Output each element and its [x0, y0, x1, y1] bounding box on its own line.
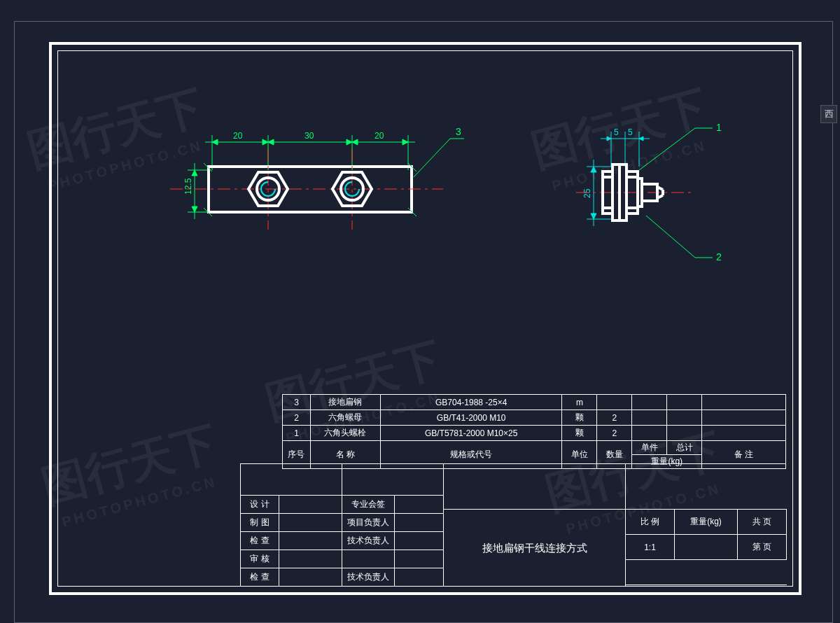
- model-space[interactable]: 20 30 20 12.5: [58, 51, 792, 586]
- svg-line-55: [639, 128, 695, 170]
- dim-25: 25: [582, 188, 592, 198]
- front-view: 20 30 20 12.5: [121, 107, 471, 261]
- svg-marker-35: [639, 136, 643, 141]
- cell-wt1: [632, 426, 667, 441]
- lbl-design: 设 计: [241, 496, 279, 514]
- val-specsign: [395, 496, 444, 514]
- side-tab-text: 西: [825, 108, 834, 119]
- dim-5a: 5: [614, 127, 619, 137]
- hdr-wt-single: 单件: [632, 441, 667, 454]
- lbl-check2: 检 查: [241, 568, 279, 587]
- cell-wt2: [667, 410, 702, 426]
- lbl-weight: 重量(kg): [675, 510, 738, 535]
- dim-12-5: 12.5: [183, 178, 193, 195]
- lbl-blank: [342, 550, 395, 568]
- svg-marker-14: [192, 170, 197, 176]
- drawing-title: 接地扁钢干线连接方式: [444, 510, 625, 587]
- svg-marker-5: [212, 139, 218, 145]
- table-row: 3 接地扁钢 GB704-1988 -25×4 m: [283, 395, 786, 410]
- side-view: 5 5 25: [534, 100, 758, 282]
- svg-marker-10: [402, 139, 408, 145]
- lbl-techlead: 技术负责人: [342, 532, 395, 550]
- val-page: 第 页: [738, 535, 787, 560]
- val-check2: [279, 568, 342, 587]
- cell-unit: m: [562, 395, 597, 410]
- tb-dwgno: [626, 560, 787, 585]
- cell-spec: GB/T41-2000 M10: [380, 410, 562, 426]
- cell-note: [702, 395, 786, 410]
- lbl-pages: 共 页: [738, 510, 787, 535]
- cell-spec: GB/T5781-2000 M10×25: [380, 426, 562, 441]
- val-review: [279, 550, 342, 568]
- hdr-wt-total: 总计: [667, 441, 701, 454]
- val-blank: [395, 550, 444, 568]
- cell-name: 六角头螺栓: [310, 426, 380, 441]
- val-check: [279, 532, 342, 550]
- dim-30: 30: [304, 131, 314, 141]
- tb-company-blank: [444, 464, 625, 510]
- svg-marker-40: [591, 214, 596, 219]
- cell-note: [702, 426, 786, 441]
- svg-line-24: [414, 139, 450, 177]
- cell-qty: 2: [597, 410, 632, 426]
- sheet-inner-border: 20 30 20 12.5: [57, 50, 793, 587]
- val-scale: 1:1: [626, 535, 675, 560]
- callout-3: 3: [456, 126, 461, 137]
- cell-qty: [597, 395, 632, 410]
- cell-unit: 颗: [562, 410, 597, 426]
- svg-line-57: [646, 216, 695, 258]
- table-row: 2 六角螺母 GB/T41-2000 M10 颗 2: [283, 410, 786, 426]
- cell-id: 1: [283, 426, 311, 441]
- dim-20a: 20: [233, 131, 243, 141]
- svg-marker-15: [192, 206, 197, 212]
- title-block-signatures: 设 计 专业会签 制 图 项目负责人 检 查 技术负责人: [241, 464, 444, 587]
- cell-wt2: [667, 426, 702, 441]
- svg-marker-34: [607, 136, 611, 141]
- val-techlead2: [395, 568, 444, 587]
- cell-id: 2: [283, 410, 311, 426]
- lbl-specsign: 专业会签: [342, 496, 395, 514]
- cell-unit: 颗: [562, 426, 597, 441]
- svg-marker-8: [346, 139, 352, 145]
- tb-blank: [241, 464, 342, 496]
- side-palette-tab[interactable]: 西: [820, 105, 837, 123]
- val-drawn: [279, 514, 342, 532]
- val-projlead: [395, 514, 444, 532]
- lbl-check: 检 查: [241, 532, 279, 550]
- cell-wt2: [667, 395, 702, 410]
- lbl-scale: 比 例: [626, 510, 675, 535]
- tb-blank: [342, 464, 444, 496]
- title-block: 设 计 专业会签 制 图 项目负责人 检 查 技术负责人: [240, 463, 786, 586]
- parts-list-table: 3 接地扁钢 GB704-1988 -25×4 m 2 六角螺母 GB/T41-…: [282, 394, 786, 469]
- svg-marker-7: [268, 139, 274, 145]
- dim-5b: 5: [628, 127, 633, 137]
- cell-spec: GB704-1988 -25×4: [380, 395, 562, 410]
- cell-wt1: [632, 395, 667, 410]
- callout-2: 2: [716, 251, 722, 262]
- callout-1: 1: [716, 122, 722, 133]
- lbl-review: 审 核: [241, 550, 279, 568]
- tb-right-blank: [626, 464, 787, 510]
- val-techlead: [395, 532, 444, 550]
- drawing-sheet: 20 30 20 12.5: [49, 42, 802, 595]
- table-row: 1 六角头螺栓 GB/T5781-2000 M10×25 颗 2: [283, 426, 786, 441]
- cell-qty: 2: [597, 426, 632, 441]
- svg-marker-6: [262, 139, 268, 145]
- cad-viewport[interactable]: 注 共 1:1 第 西: [0, 0, 840, 623]
- svg-marker-39: [591, 167, 596, 172]
- svg-rect-16: [209, 167, 412, 212]
- svg-marker-9: [352, 139, 358, 145]
- cell-wt1: [632, 410, 667, 426]
- lbl-projlead: 项目负责人: [342, 514, 395, 532]
- cell-note: [702, 410, 786, 426]
- lbl-drawn: 制 图: [241, 514, 279, 532]
- cell-name: 接地扁钢: [310, 395, 380, 410]
- cell-name: 六角螺母: [310, 410, 380, 426]
- val-weight: [675, 535, 738, 560]
- val-design: [279, 496, 342, 514]
- title-block-right: 比 例 重量(kg) 共 页 1:1 第 页: [626, 464, 787, 587]
- lbl-techlead2: 技术负责人: [342, 568, 395, 587]
- dim-20b: 20: [374, 131, 384, 141]
- cell-id: 3: [283, 395, 311, 410]
- title-block-center: 接地扁钢干线连接方式: [444, 464, 626, 587]
